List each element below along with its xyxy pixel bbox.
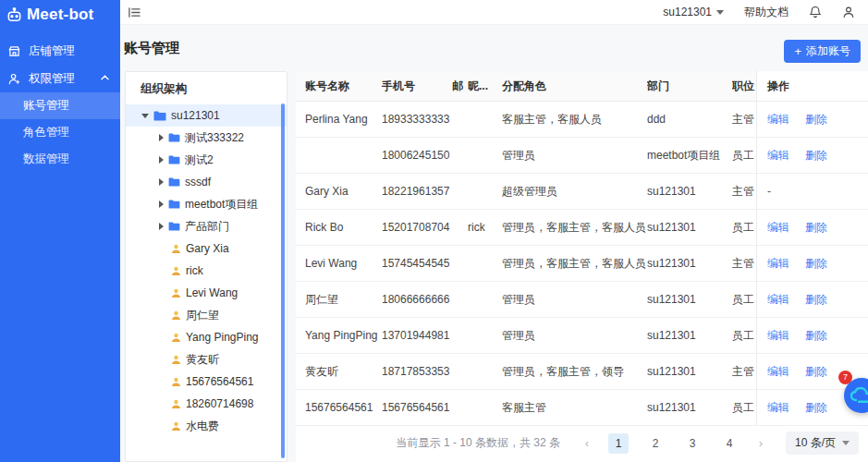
person-icon [171, 266, 181, 276]
cell-name: Yang PingPing [305, 329, 382, 342]
person-icon [171, 310, 181, 321]
edit-link[interactable]: 编辑 [767, 256, 789, 272]
cell-phone: 15745454545 [382, 257, 452, 270]
tree-node-label: 测试333322 [185, 130, 244, 146]
cell-dept: su121301 [647, 257, 732, 270]
col-header-phone: 手机号 [382, 79, 452, 94]
page-number-1[interactable]: 1 [608, 433, 629, 454]
tree-node-label: 产品部门 [185, 219, 229, 235]
delete-link[interactable]: 删除 [805, 400, 827, 416]
cell-pos: 员工 [732, 400, 756, 416]
cell-phone: 18006245150 [382, 149, 452, 162]
tree-node-root[interactable]: su121301 [126, 104, 287, 127]
cell-nick: rick [468, 221, 502, 234]
person-icon [171, 421, 181, 432]
sidebar-item-permission-management[interactable]: 权限管理 [0, 65, 120, 92]
cell-name: Rick Bo [305, 221, 382, 234]
permission-user-icon [8, 73, 20, 85]
delete-link[interactable]: 删除 [805, 256, 827, 272]
tree-node-person[interactable]: Gary Xia [126, 237, 287, 260]
edit-link[interactable]: 编辑 [767, 364, 789, 380]
delete-link[interactable]: 删除 [805, 328, 827, 344]
chevron-down-icon [842, 441, 850, 445]
collapse-arrow-icon[interactable] [159, 156, 164, 164]
tree-node-person[interactable]: Levi Wang [126, 282, 287, 304]
collapse-arrow-icon[interactable] [159, 178, 164, 186]
sub-item-label: 角色管理 [23, 125, 69, 140]
sidebar-item-data-management[interactable]: 数据管理 [0, 146, 120, 173]
help-docs-link[interactable]: 帮助文档 [744, 5, 789, 20]
collapse-arrow-icon[interactable] [159, 134, 164, 141]
page-number-2[interactable]: 2 [645, 433, 666, 454]
tree-node-folder[interactable]: meetbot项目组 [126, 193, 287, 215]
menu-fold-icon[interactable] [128, 6, 141, 18]
tree-node-label: Levi Wang [186, 286, 238, 299]
edit-link[interactable]: 编辑 [767, 148, 789, 164]
delete-link[interactable]: 删除 [805, 292, 827, 308]
tree-node-person[interactable]: 18260714698 [126, 393, 287, 415]
table-header-row: 账号名称 手机号 邮 昵... 分配角色 部门 职位 操作 [296, 71, 868, 102]
tree-node-folder[interactable]: 测试2 [126, 149, 287, 171]
delete-link[interactable]: 删除 [805, 148, 827, 164]
sidebar-item-label: 权限管理 [29, 71, 75, 87]
page-size-select[interactable]: 10 条/页 [786, 432, 859, 455]
tree-node-folder[interactable]: 产品部门 [126, 215, 287, 237]
tree-node-label: 15676564561 [186, 375, 253, 388]
cell-phone: 15201708704 [382, 221, 452, 234]
delete-link[interactable]: 删除 [805, 220, 827, 236]
cell-dept: su121301 [647, 401, 732, 414]
tree-node-person[interactable]: 15676564561 [126, 371, 287, 393]
table-row: 18006245150 管理员 meetbot项目组 员工 编辑删除 [296, 138, 868, 174]
col-header-email: 邮 [452, 79, 468, 94]
collapse-arrow-icon[interactable] [159, 201, 164, 208]
tree-scrollbar[interactable] [281, 103, 285, 458]
tree-node-person[interactable]: 水电费 [126, 415, 287, 437]
sub-item-label: 账号管理 [23, 98, 69, 114]
collapse-arrow-icon[interactable] [159, 223, 164, 230]
sidebar-item-label: 店铺管理 [29, 43, 75, 59]
cell-pos: 员工 [732, 220, 756, 236]
edit-link[interactable]: 编辑 [767, 220, 789, 236]
cell-pos: 主管 [732, 256, 756, 272]
page-number-4[interactable]: 4 [719, 433, 740, 454]
edit-link[interactable]: 编辑 [767, 292, 789, 308]
table-row: 黄友昕 18717853353 管理员，客服主管，领导 su121301 主管 … [296, 354, 868, 390]
page-number-3[interactable]: 3 [682, 433, 703, 454]
next-page-arrow[interactable]: › [752, 436, 769, 450]
tree-node-person[interactable]: 黄友昕 [126, 348, 287, 371]
cell-roles: 管理员 [502, 148, 647, 164]
expand-arrow-icon[interactable] [141, 114, 149, 118]
cell-roles: 客服主管，客服人员 [502, 112, 647, 128]
sidebar-item-shop-management[interactable]: 店铺管理 [0, 37, 120, 65]
cell-pos: 员工 [732, 148, 756, 164]
table-row: Perlina Yang 18933333333 客服主管，客服人员 ddd 主… [296, 102, 868, 138]
table-row: Levi Wang 15745454545 管理员，客服主管，客服人员 su12… [296, 246, 868, 282]
cell-phone: 18221961357 [382, 185, 452, 198]
tree-node-folder[interactable]: sssdf [126, 171, 287, 193]
cell-name: 黄友昕 [305, 364, 382, 380]
edit-link[interactable]: 编辑 [767, 112, 789, 128]
edit-link[interactable]: 编辑 [767, 400, 789, 416]
person-icon [171, 377, 181, 387]
tree-node-label: 周仁望 [186, 308, 219, 323]
add-account-button[interactable]: + 添加账号 [784, 40, 861, 63]
chevron-down-icon [716, 10, 724, 15]
delete-link[interactable]: 删除 [805, 364, 827, 380]
tree-node-person[interactable]: rick [126, 260, 287, 282]
tree-node-person[interactable]: Yang PingPing [126, 326, 287, 348]
user-icon[interactable] [842, 6, 855, 18]
sidebar-item-role-management[interactable]: 角色管理 [0, 119, 120, 146]
person-icon [171, 355, 181, 365]
tree-node-folder[interactable]: 测试333322 [126, 127, 287, 149]
bell-icon[interactable] [809, 6, 822, 18]
tree-node-person[interactable]: 周仁望 [126, 304, 287, 326]
table-row: 15676564561 15676564561 客服主管 su121301 员工… [296, 390, 868, 426]
prev-page-arrow[interactable]: ‹ [579, 436, 595, 450]
sidebar-item-account-management[interactable]: 账号管理 [0, 92, 120, 119]
account-dropdown[interactable]: su121301 [663, 6, 724, 18]
person-icon [171, 244, 181, 254]
table-row: 周仁望 18066666666 管理员 su121301 员工 编辑删除 [296, 282, 868, 318]
edit-link[interactable]: 编辑 [767, 328, 789, 344]
tree-node-label: 水电费 [186, 419, 219, 434]
delete-link[interactable]: 删除 [805, 112, 827, 128]
